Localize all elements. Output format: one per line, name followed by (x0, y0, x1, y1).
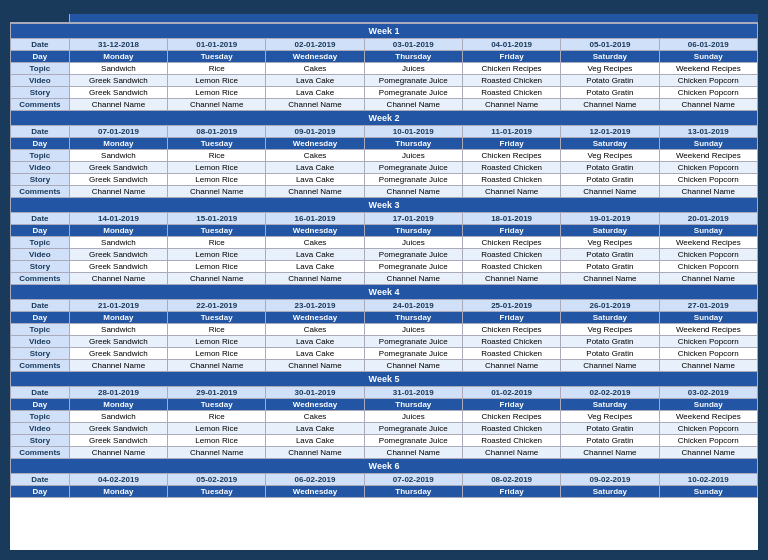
week3-comments-0: Channel Name (69, 273, 167, 285)
week2-video-2: Lava Cake (266, 162, 364, 174)
week5-story-5: Potato Gratin (561, 435, 659, 447)
week-header-4: Week 4 (11, 285, 758, 300)
week6-day-1: Tuesday (168, 486, 266, 498)
week4-comments-2: Channel Name (266, 360, 364, 372)
week4-story-4: Roasted Chicken (462, 348, 560, 360)
week4-topic-2: Cakes (266, 324, 364, 336)
week5-comments-1: Channel Name (168, 447, 266, 459)
week1-date-5: 05-01-2019 (561, 39, 659, 51)
week1-story-0: Greek Sandwich (69, 87, 167, 99)
week4-video-6: Chicken Popcorn (659, 336, 757, 348)
week3-video-0: Greek Sandwich (69, 249, 167, 261)
week3-comments-6: Channel Name (659, 273, 757, 285)
week3-story-4: Roasted Chicken (462, 261, 560, 273)
week5-day-4: Friday (462, 399, 560, 411)
week1-comments-0: Channel Name (69, 99, 167, 111)
week3-day-5: Saturday (561, 225, 659, 237)
week2-comments-1: Channel Name (168, 186, 266, 198)
week4-comments-5: Channel Name (561, 360, 659, 372)
header-right (70, 14, 758, 22)
header-section (10, 14, 758, 23)
week4-topic-5: Veg Recipes (561, 324, 659, 336)
week4-topic-4: Chicken Recipes (462, 324, 560, 336)
week3-video-6: Chicken Popcorn (659, 249, 757, 261)
week3-date-1: 15-01-2019 (168, 213, 266, 225)
week6-date-0: 04-02-2019 (69, 474, 167, 486)
week2-date-2: 09-01-2019 (266, 126, 364, 138)
week2-date-1: 08-01-2019 (168, 126, 266, 138)
week6-day-2: Wednesday (266, 486, 364, 498)
week3-topic-6: Weekend Recipes (659, 237, 757, 249)
week1-video-1: Lemon Rice (168, 75, 266, 87)
week1-video-5: Potato Gratin (561, 75, 659, 87)
week3-story-2: Lava Cake (266, 261, 364, 273)
week5-comments-5: Channel Name (561, 447, 659, 459)
week5-story-1: Lemon Rice (168, 435, 266, 447)
week1-video-row: VideoGreek SandwichLemon RiceLava CakePo… (11, 75, 758, 87)
week1-date-0: 31-12-2018 (69, 39, 167, 51)
week2-day-row: DayMondayTuesdayWednesdayThursdayFridayS… (11, 138, 758, 150)
week2-day-3: Thursday (364, 138, 462, 150)
week3-story-5: Potato Gratin (561, 261, 659, 273)
week2-story-3: Pomegranate Juice (364, 174, 462, 186)
week6-day-0: Monday (69, 486, 167, 498)
week3-story-1: Lemon Rice (168, 261, 266, 273)
week3-day-3: Thursday (364, 225, 462, 237)
week5-day-row: DayMondayTuesdayWednesdayThursdayFridayS… (11, 399, 758, 411)
week6-day-row: DayMondayTuesdayWednesdayThursdayFridayS… (11, 486, 758, 498)
week-header-2: Week 2 (11, 111, 758, 126)
week4-date-3: 24-01-2019 (364, 300, 462, 312)
week4-story-5: Potato Gratin (561, 348, 659, 360)
week1-topic-1: Rice (168, 63, 266, 75)
week1-comments-6: Channel Name (659, 99, 757, 111)
week4-story-2: Lava Cake (266, 348, 364, 360)
week5-story-0: Greek Sandwich (69, 435, 167, 447)
week3-video-1: Lemon Rice (168, 249, 266, 261)
title-bar (70, 14, 758, 22)
week5-comments-6: Channel Name (659, 447, 757, 459)
week6-date-4: 08-02-2019 (462, 474, 560, 486)
week6-day-3: Thursday (364, 486, 462, 498)
week1-comments-4: Channel Name (462, 99, 560, 111)
week4-date-5: 26-01-2019 (561, 300, 659, 312)
week5-story-4: Roasted Chicken (462, 435, 560, 447)
week5-video-3: Pomegranate Juice (364, 423, 462, 435)
week2-day-6: Sunday (659, 138, 757, 150)
week4-date-6: 27-01-2019 (659, 300, 757, 312)
week4-story-1: Lemon Rice (168, 348, 266, 360)
week6-date-6: 10-02-2019 (659, 474, 757, 486)
week4-day-2: Wednesday (266, 312, 364, 324)
week1-topic-2: Cakes (266, 63, 364, 75)
week5-story-2: Lava Cake (266, 435, 364, 447)
week1-topic-row: TopicSandwichRiceCakesJuicesChicken Reci… (11, 63, 758, 75)
week1-story-4: Roasted Chicken (462, 87, 560, 99)
week2-date-5: 12-01-2019 (561, 126, 659, 138)
week1-topic-4: Chicken Recipes (462, 63, 560, 75)
week2-topic-row: TopicSandwichRiceCakesJuicesChicken Reci… (11, 150, 758, 162)
week3-story-6: Chicken Popcorn (659, 261, 757, 273)
week5-video-0: Greek Sandwich (69, 423, 167, 435)
week2-video-1: Lemon Rice (168, 162, 266, 174)
week1-story-3: Pomegranate Juice (364, 87, 462, 99)
week5-comments-3: Channel Name (364, 447, 462, 459)
week1-date-row: Date31-12-201801-01-201902-01-201903-01-… (11, 39, 758, 51)
week3-comments-1: Channel Name (168, 273, 266, 285)
calendar-table-wrap: Week 1Date31-12-201801-01-201902-01-2019… (10, 23, 758, 498)
week3-topic-1: Rice (168, 237, 266, 249)
week3-day-0: Monday (69, 225, 167, 237)
week3-date-5: 19-01-2019 (561, 213, 659, 225)
week2-topic-1: Rice (168, 150, 266, 162)
week3-story-3: Pomegranate Juice (364, 261, 462, 273)
week1-day-1: Tuesday (168, 51, 266, 63)
week2-comments-2: Channel Name (266, 186, 364, 198)
week-header-6: Week 6 (11, 459, 758, 474)
week3-story-0: Greek Sandwich (69, 261, 167, 273)
week4-day-1: Tuesday (168, 312, 266, 324)
week1-topic-3: Juices (364, 63, 462, 75)
inner-container: Week 1Date31-12-201801-01-201902-01-2019… (8, 8, 760, 552)
week1-comments-2: Channel Name (266, 99, 364, 111)
week5-date-0: 28-01-2019 (69, 387, 167, 399)
week2-story-4: Roasted Chicken (462, 174, 560, 186)
week1-video-2: Lava Cake (266, 75, 364, 87)
week1-story-6: Chicken Popcorn (659, 87, 757, 99)
